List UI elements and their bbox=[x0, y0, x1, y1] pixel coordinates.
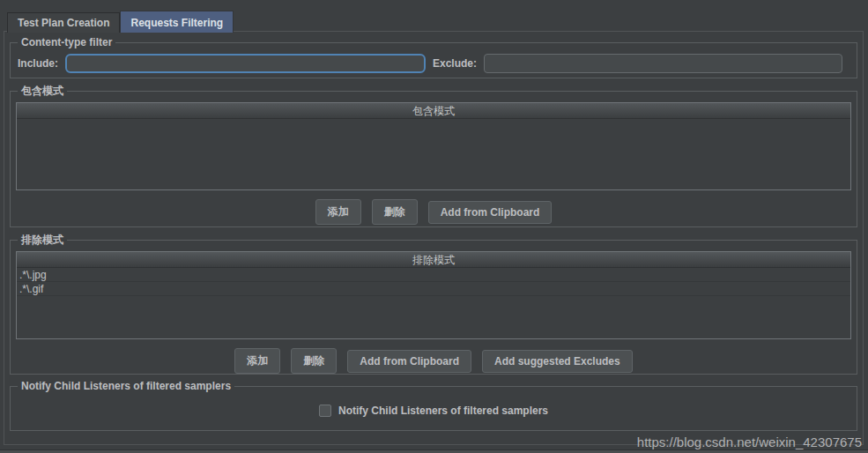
exclude-add-button[interactable]: 添加 bbox=[234, 348, 280, 374]
include-label: Include: bbox=[18, 57, 58, 70]
exclude-patterns-table-header: 排除模式 bbox=[17, 252, 850, 268]
include-patterns-table: 包含模式 bbox=[16, 102, 851, 190]
tab-requests-filtering[interactable]: Requests Filtering bbox=[120, 11, 234, 33]
notify-group-title: Notify Child Listeners of filtered sampl… bbox=[18, 380, 234, 392]
requests-filtering-panel: Content-type filter Include: Exclude: 包含… bbox=[4, 31, 864, 445]
content-type-filter-group: Content-type filter Include: Exclude: bbox=[10, 36, 857, 78]
exclude-patterns-buttons: 添加 删除 Add from Clipboard Add suggested E… bbox=[16, 348, 851, 374]
include-delete-button[interactable]: 删除 bbox=[372, 199, 418, 225]
tab-test-plan-creation[interactable]: Test Plan Creation bbox=[7, 12, 120, 33]
jmeter-proxy-window: Test Plan Creation Requests Filtering Co… bbox=[0, 0, 868, 453]
exclude-patterns-group: 排除模式 排除模式 .*\.jpg .*\.gif 添加 删除 Add from… bbox=[10, 233, 857, 375]
include-patterns-group: 包含模式 包含模式 添加 删除 Add from Clipboard bbox=[10, 84, 857, 227]
exclude-add-from-clipboard-button[interactable]: Add from Clipboard bbox=[347, 350, 471, 373]
add-suggested-excludes-button[interactable]: Add suggested Excludes bbox=[482, 350, 633, 373]
exclude-label: Exclude: bbox=[433, 57, 477, 70]
include-add-button[interactable]: 添加 bbox=[315, 199, 361, 225]
exclude-pattern-row[interactable]: .*\.gif bbox=[17, 282, 850, 296]
notify-row: Notify Child Listeners of filtered sampl… bbox=[16, 405, 851, 417]
content-type-filter-title: Content-type filter bbox=[18, 36, 115, 48]
include-patterns-table-body[interactable] bbox=[17, 119, 850, 189]
watermark-text: https://blog.csdn.net/weixin_42307675 bbox=[637, 434, 862, 449]
exclude-patterns-title: 排除模式 bbox=[18, 233, 67, 248]
include-add-from-clipboard-button[interactable]: Add from Clipboard bbox=[428, 201, 553, 224]
exclude-patterns-table: 排除模式 .*\.jpg .*\.gif bbox=[16, 251, 851, 339]
include-patterns-table-header: 包含模式 bbox=[17, 103, 850, 119]
include-patterns-buttons: 添加 删除 Add from Clipboard bbox=[16, 199, 851, 225]
exclude-pattern-row[interactable]: .*\.jpg bbox=[17, 268, 850, 282]
bottom-divider bbox=[0, 449, 868, 453]
content-type-filter-row: Include: Exclude: bbox=[16, 52, 851, 77]
notify-checkbox-label: Notify Child Listeners of filtered sampl… bbox=[338, 405, 548, 417]
notify-checkbox[interactable] bbox=[319, 405, 331, 417]
include-input[interactable] bbox=[65, 54, 426, 73]
notify-group: Notify Child Listeners of filtered sampl… bbox=[10, 380, 857, 431]
tab-bar: Test Plan Creation Requests Filtering bbox=[7, 11, 234, 33]
exclude-delete-button[interactable]: 删除 bbox=[291, 348, 337, 374]
exclude-input[interactable] bbox=[484, 54, 842, 73]
include-patterns-title: 包含模式 bbox=[18, 84, 67, 99]
exclude-patterns-table-body[interactable] bbox=[17, 296, 850, 338]
